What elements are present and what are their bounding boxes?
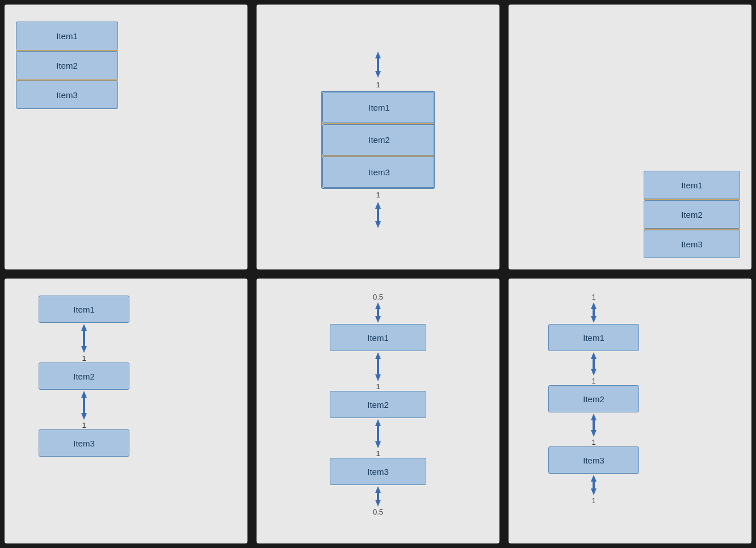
arrow-seg-5-1: 1 <box>330 351 426 391</box>
item-box-5-3: Item3 <box>330 458 426 485</box>
arrow-svg-6-2 <box>585 412 602 438</box>
item-list-1: Item1 Item2 Item3 <box>16 22 118 109</box>
chain-4: Item1 1 Item2 1 Item3 <box>39 296 129 457</box>
arrow-label-6-2: 1 <box>591 438 595 446</box>
arrow-label-4-1: 1 <box>82 354 86 362</box>
arrow-svg-5-1 <box>369 351 387 382</box>
svg-marker-11 <box>81 413 87 420</box>
arrow-seg-6-1: 1 <box>548 351 639 385</box>
item-box-4-3: Item3 <box>39 429 129 457</box>
svg-marker-6 <box>81 324 87 331</box>
arrow-seg-6-bottom: 1 <box>548 474 639 505</box>
arrow-label-5-1: 1 <box>376 382 380 391</box>
arrow-label-4-2: 1 <box>82 421 86 429</box>
svg-rect-16 <box>377 359 379 375</box>
svg-marker-32 <box>591 430 597 437</box>
svg-marker-26 <box>591 316 597 323</box>
bottom-label-2: 1 <box>376 191 380 199</box>
top-label-2: 1 <box>376 81 380 89</box>
arrow-svg-5-2 <box>369 418 387 449</box>
svg-marker-27 <box>591 352 597 359</box>
svg-marker-35 <box>591 488 597 495</box>
bottom-arrow-area: 1 <box>369 189 387 229</box>
arrow-seg-5-2: 1 <box>330 418 426 458</box>
item-box-3-2: Item2 <box>644 200 740 229</box>
svg-marker-20 <box>375 441 381 448</box>
svg-marker-33 <box>591 475 597 482</box>
svg-marker-18 <box>375 419 381 426</box>
item-box-6-3: Item3 <box>548 446 639 474</box>
item-list-3: Item1 Item2 Item3 <box>644 171 740 258</box>
item-box-1-1: Item1 <box>16 22 118 50</box>
item-box-5-2: Item2 <box>330 391 426 418</box>
item-box-3-3: Item3 <box>644 230 740 258</box>
svg-rect-19 <box>377 426 379 442</box>
svg-rect-7 <box>83 331 85 347</box>
arrow-svg-6-bottom <box>585 474 602 496</box>
item-box-2-3: Item3 <box>322 157 435 188</box>
arrow-seg-5-bottom: 0.5 <box>330 485 426 516</box>
arrow-label-5-top: 0.5 <box>373 293 383 301</box>
item-box-4-2: Item2 <box>39 362 129 390</box>
panel-2: 1 Item1 Item2 Item3 1 <box>257 5 499 269</box>
arrow-container-2: 1 Item1 Item2 Item3 1 <box>321 50 435 229</box>
arrow-seg-5-top: 0.5 <box>330 293 426 324</box>
chain-5: 0.5 Item1 1 Item2 1 Item3 <box>330 293 426 516</box>
arrow-label-6-bottom: 1 <box>591 496 595 505</box>
svg-marker-30 <box>591 414 597 420</box>
arrow-label-6-top: 1 <box>591 293 595 301</box>
bottom-arrow-svg <box>369 201 387 229</box>
arrow-svg-4-1 <box>75 323 93 354</box>
svg-marker-8 <box>81 346 87 353</box>
svg-marker-12 <box>375 302 381 309</box>
svg-marker-21 <box>375 486 381 493</box>
arrow-label-5-2: 1 <box>376 449 380 458</box>
panel-3: Item1 Item2 Item3 <box>509 5 751 269</box>
arrow-svg-5-bottom <box>369 485 387 508</box>
item-list-2-wrap: Item1 Item2 Item3 <box>321 91 435 189</box>
panel-5: 0.5 Item1 1 Item2 1 Item3 <box>257 279 499 543</box>
svg-marker-15 <box>375 352 381 359</box>
item-box-1-2: Item2 <box>16 51 118 79</box>
arrow-label-6-1: 1 <box>591 377 595 385</box>
svg-marker-24 <box>591 302 597 309</box>
arrow-label-5-bottom: 0.5 <box>373 508 383 516</box>
arrow-svg-6-1 <box>585 351 602 377</box>
top-arrow-area: 1 <box>369 50 387 91</box>
svg-marker-2 <box>375 71 381 78</box>
item-box-3-1: Item1 <box>644 171 740 199</box>
panel-1: Item1 Item2 Item3 <box>5 5 247 269</box>
item-box-4-1: Item1 <box>39 296 129 323</box>
arrow-svg-4-2 <box>75 390 93 421</box>
item-box-6-1: Item1 <box>548 324 639 351</box>
svg-marker-17 <box>375 374 381 381</box>
top-arrow-svg <box>369 50 387 79</box>
svg-marker-14 <box>375 316 381 323</box>
svg-marker-3 <box>375 202 381 209</box>
arrow-seg-4-2: 1 <box>39 390 129 429</box>
arrow-seg-6-top: 1 <box>548 293 639 324</box>
item-box-2-2: Item2 <box>322 124 435 155</box>
item-box-2-1: Item1 <box>322 92 435 123</box>
svg-marker-0 <box>375 52 381 58</box>
panel-4: Item1 1 Item2 1 Item3 <box>5 279 247 543</box>
arrow-seg-6-2: 1 <box>548 412 639 446</box>
item-box-5-1: Item1 <box>330 324 426 351</box>
item-box-6-2: Item2 <box>548 385 639 412</box>
arrow-seg-4-1: 1 <box>39 323 129 362</box>
chain-6: 1 Item1 1 Item2 1 Item3 <box>548 293 639 505</box>
svg-rect-10 <box>83 398 85 414</box>
svg-marker-5 <box>375 221 381 228</box>
arrow-svg-6-top <box>585 301 602 324</box>
arrow-svg-5-top <box>369 301 387 324</box>
panel-6: 1 Item1 1 Item2 1 Item3 <box>509 279 751 543</box>
item-box-1-3: Item3 <box>16 81 118 109</box>
svg-marker-9 <box>81 391 87 398</box>
svg-marker-23 <box>375 500 381 507</box>
svg-marker-29 <box>591 369 597 376</box>
